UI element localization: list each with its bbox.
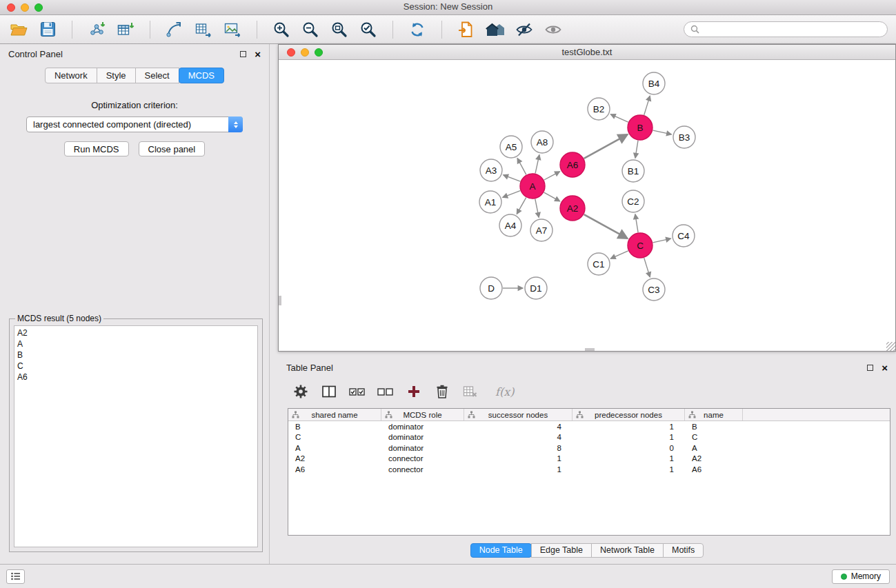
graph-node-A1[interactable]: A1 <box>479 191 501 213</box>
graph-node-C4[interactable]: C4 <box>673 225 695 247</box>
edge-B-B2[interactable] <box>610 114 628 122</box>
resize-grip[interactable] <box>886 342 895 351</box>
graph-node-A4[interactable]: A4 <box>499 214 521 236</box>
tab-network[interactable]: Network <box>45 68 97 83</box>
zoom-fit-icon[interactable] <box>329 19 350 40</box>
graph-node-C2[interactable]: C2 <box>622 190 644 212</box>
graph-node-A2[interactable]: A2 <box>560 196 585 221</box>
graph-node-A7[interactable]: A7 <box>530 219 552 241</box>
edge-A-A8[interactable] <box>535 155 539 174</box>
column-header-predecessor-nodes[interactable]: predecessor nodes <box>573 409 685 420</box>
task-history-button[interactable] <box>6 569 25 584</box>
graph-node-C3[interactable]: C3 <box>643 278 665 301</box>
delete-column-icon[interactable] <box>461 383 479 401</box>
graph-node-B[interactable]: B <box>628 115 653 140</box>
tab-mcds[interactable]: MCDS <box>179 68 224 83</box>
open-file-icon[interactable] <box>8 19 29 40</box>
result-item[interactable]: A <box>17 338 255 349</box>
search-input[interactable] <box>704 25 881 34</box>
deselect-all-icon[interactable] <box>377 383 395 401</box>
settings-icon[interactable] <box>292 383 310 401</box>
edge-A-A4[interactable] <box>517 198 526 214</box>
table-row[interactable]: A2connector11A2 <box>288 454 890 465</box>
graph-node-C[interactable]: C <box>628 233 653 258</box>
edge-A-A2[interactable] <box>544 192 560 201</box>
function-icon[interactable]: f(x) <box>495 383 514 401</box>
run-mcds-button[interactable]: Run MCDS <box>64 141 129 156</box>
export-table-icon[interactable] <box>193 19 214 40</box>
open-doc-icon[interactable] <box>456 19 477 40</box>
edge-C-C3[interactable] <box>644 258 650 277</box>
network-close-button[interactable] <box>287 48 295 57</box>
vertical-scroll-stub[interactable] <box>279 296 281 305</box>
edge-B-B3[interactable] <box>653 130 672 134</box>
tab-style[interactable]: Style <box>97 68 136 83</box>
edge-C-C2[interactable] <box>635 214 638 232</box>
network-canvas[interactable]: AA1A2A3A4A5A6A7A8BB1B2B3B4CC1C2C3C4DD1 <box>279 60 895 351</box>
network-minimize-button[interactable] <box>301 48 309 57</box>
result-item[interactable]: C <box>17 361 255 372</box>
edge-B-B1[interactable] <box>635 141 638 158</box>
edge-A-A1[interactable] <box>503 191 520 198</box>
graph-node-B4[interactable]: B4 <box>643 72 665 94</box>
table-row[interactable]: Cdominator41C <box>288 432 890 443</box>
tab-motifs[interactable]: Motifs <box>663 543 704 558</box>
mcds-result-list[interactable]: A2ABCA6 <box>14 325 258 547</box>
zoom-in-icon[interactable] <box>271 19 292 40</box>
tab-edge-table[interactable]: Edge Table <box>531 543 592 558</box>
minimize-window-button[interactable] <box>21 3 29 12</box>
graph-node-D1[interactable]: D1 <box>525 277 547 299</box>
edge-A-A6[interactable] <box>544 172 560 180</box>
zoom-selected-icon[interactable] <box>358 19 379 40</box>
tab-network-table[interactable]: Network Table <box>591 543 664 558</box>
criterion-select[interactable]: largest connected component (directed) <box>26 116 243 132</box>
column-header-name[interactable]: name <box>685 409 743 420</box>
float-panel-icon[interactable] <box>240 51 246 57</box>
add-row-icon[interactable] <box>405 383 423 401</box>
table-close-panel-icon[interactable]: × <box>882 365 888 372</box>
graph-node-A8[interactable]: A8 <box>531 131 553 153</box>
table-float-panel-icon[interactable] <box>867 365 873 371</box>
edge-A6-B[interactable] <box>584 134 628 159</box>
tab-node-table[interactable]: Node Table <box>470 543 532 558</box>
edge-A-A5[interactable] <box>517 159 526 175</box>
export-network-icon[interactable] <box>164 19 185 40</box>
delete-row-icon[interactable] <box>433 383 451 401</box>
home-icon[interactable] <box>485 19 506 40</box>
close-window-button[interactable] <box>7 3 15 12</box>
refresh-icon[interactable] <box>407 19 428 40</box>
column-header-mcds-role[interactable]: MCDS role <box>381 409 464 420</box>
graph-node-A[interactable]: A <box>520 174 545 199</box>
hide-details-icon[interactable] <box>514 19 535 40</box>
dropdown-stepper-icon[interactable] <box>228 116 243 132</box>
result-item[interactable]: B <box>17 349 255 361</box>
export-image-icon[interactable] <box>222 19 243 40</box>
edge-B-B4[interactable] <box>644 96 650 115</box>
network-zoom-button[interactable] <box>315 48 323 57</box>
edge-A-A3[interactable] <box>504 175 521 181</box>
graph-node-B1[interactable]: B1 <box>622 160 644 182</box>
graph-node-A6[interactable]: A6 <box>560 152 585 177</box>
table-row[interactable]: A6connector11A6 <box>288 464 890 475</box>
close-panel-button[interactable]: Close panel <box>139 141 206 156</box>
edge-A2-C[interactable] <box>584 214 628 239</box>
table-row[interactable]: Bdominator41B <box>288 421 890 432</box>
graph-node-C1[interactable]: C1 <box>588 253 610 275</box>
column-header-successor-nodes[interactable]: successor nodes <box>464 409 573 420</box>
graph-node-B2[interactable]: B2 <box>588 98 610 120</box>
column-header-shared-name[interactable]: shared name <box>288 409 381 420</box>
edge-A-A7[interactable] <box>535 199 539 218</box>
graph-node-D[interactable]: D <box>480 277 502 299</box>
close-panel-icon[interactable]: × <box>255 51 261 58</box>
graph-node-A3[interactable]: A3 <box>480 159 502 181</box>
edge-C-C1[interactable] <box>610 251 628 258</box>
zoom-window-button[interactable] <box>34 3 43 12</box>
horizontal-scroll-stub[interactable] <box>585 348 595 351</box>
select-all-icon[interactable] <box>348 383 366 401</box>
zoom-out-icon[interactable] <box>300 19 321 40</box>
import-network-icon[interactable] <box>86 19 107 40</box>
save-session-icon[interactable] <box>37 19 58 40</box>
edge-C-C4[interactable] <box>653 239 671 243</box>
result-item[interactable]: A2 <box>17 327 255 338</box>
memory-button[interactable]: Memory <box>832 569 890 584</box>
